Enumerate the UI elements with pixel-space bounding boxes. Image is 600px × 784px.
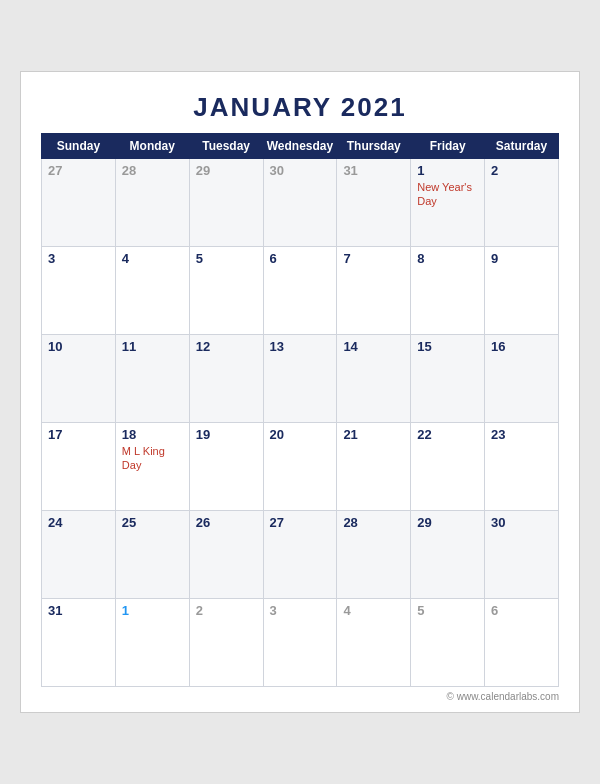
day-number: 5 [196,251,257,266]
calendar-title: JANUARY 2021 [41,92,559,123]
holiday-label: M L King Day [122,444,183,473]
calendar-cell: 29 [411,511,485,599]
day-number: 7 [343,251,404,266]
day-number: 5 [417,603,478,618]
day-number: 22 [417,427,478,442]
week-row: 31123456 [42,599,559,687]
calendar-cell: 11 [115,335,189,423]
calendar-cell: 3 [42,247,116,335]
calendar-cell: 25 [115,511,189,599]
watermark: © www.calendarlabs.com [41,691,559,702]
days-of-week-row: Sunday Monday Tuesday Wednesday Thursday… [42,134,559,159]
day-number: 24 [48,515,109,530]
calendar-cell: 4 [337,599,411,687]
day-number: 3 [48,251,109,266]
calendar-cell: 10 [42,335,116,423]
calendar-cell: 15 [411,335,485,423]
week-row: 3456789 [42,247,559,335]
day-number: 4 [343,603,404,618]
day-number: 6 [270,251,331,266]
day-number: 28 [122,163,183,178]
calendar-cell: 24 [42,511,116,599]
calendar-cell: 4 [115,247,189,335]
day-number: 13 [270,339,331,354]
calendar-cell: 12 [189,335,263,423]
calendar-cell: 9 [485,247,559,335]
col-thursday: Thursday [337,134,411,159]
day-number: 10 [48,339,109,354]
calendar-cell: 29 [189,159,263,247]
day-number: 17 [48,427,109,442]
calendar-cell: 20 [263,423,337,511]
day-number: 29 [196,163,257,178]
week-row: 10111213141516 [42,335,559,423]
week-row: 27282930311New Year's Day2 [42,159,559,247]
day-number: 28 [343,515,404,530]
week-row: 1718M L King Day1920212223 [42,423,559,511]
calendar-cell: 3 [263,599,337,687]
calendar-cell: 1 [115,599,189,687]
day-number: 29 [417,515,478,530]
day-number: 30 [491,515,552,530]
calendar-cell: 13 [263,335,337,423]
day-number: 6 [491,603,552,618]
col-sunday: Sunday [42,134,116,159]
calendar-body: 27282930311New Year's Day234567891011121… [42,159,559,687]
calendar-cell: 31 [337,159,411,247]
day-number: 2 [196,603,257,618]
week-row: 24252627282930 [42,511,559,599]
day-number: 2 [491,163,552,178]
day-number: 19 [196,427,257,442]
calendar-cell: 31 [42,599,116,687]
calendar-cell: 28 [115,159,189,247]
day-number: 12 [196,339,257,354]
col-monday: Monday [115,134,189,159]
calendar-cell: 2 [189,599,263,687]
day-number: 23 [491,427,552,442]
col-friday: Friday [411,134,485,159]
day-number: 27 [270,515,331,530]
calendar-cell: 19 [189,423,263,511]
calendar-cell: 8 [411,247,485,335]
calendar-cell: 28 [337,511,411,599]
calendar-table: Sunday Monday Tuesday Wednesday Thursday… [41,133,559,687]
day-number: 4 [122,251,183,266]
calendar-cell: 7 [337,247,411,335]
day-number: 14 [343,339,404,354]
calendar-cell: 22 [411,423,485,511]
calendar-cell: 17 [42,423,116,511]
calendar-cell: 27 [263,511,337,599]
day-number: 25 [122,515,183,530]
calendar-cell: 26 [189,511,263,599]
day-number: 15 [417,339,478,354]
day-number: 11 [122,339,183,354]
calendar-cell: 18M L King Day [115,423,189,511]
calendar-cell: 21 [337,423,411,511]
day-number: 9 [491,251,552,266]
calendar-cell: 6 [263,247,337,335]
calendar-cell: 30 [485,511,559,599]
calendar-cell: 5 [189,247,263,335]
col-saturday: Saturday [485,134,559,159]
calendar-cell: 30 [263,159,337,247]
calendar-cell: 23 [485,423,559,511]
calendar-cell: 27 [42,159,116,247]
day-number: 16 [491,339,552,354]
calendar-cell: 6 [485,599,559,687]
calendar-cell: 2 [485,159,559,247]
holiday-label: New Year's Day [417,180,478,209]
col-tuesday: Tuesday [189,134,263,159]
calendar-container: JANUARY 2021 Sunday Monday Tuesday Wedne… [20,71,580,713]
day-number: 1 [122,603,183,618]
day-number: 8 [417,251,478,266]
calendar-cell: 1New Year's Day [411,159,485,247]
calendar-cell: 5 [411,599,485,687]
day-number: 30 [270,163,331,178]
day-number: 20 [270,427,331,442]
col-wednesday: Wednesday [263,134,337,159]
day-number: 21 [343,427,404,442]
calendar-cell: 16 [485,335,559,423]
day-number: 31 [48,603,109,618]
day-number: 18 [122,427,183,442]
calendar-cell: 14 [337,335,411,423]
